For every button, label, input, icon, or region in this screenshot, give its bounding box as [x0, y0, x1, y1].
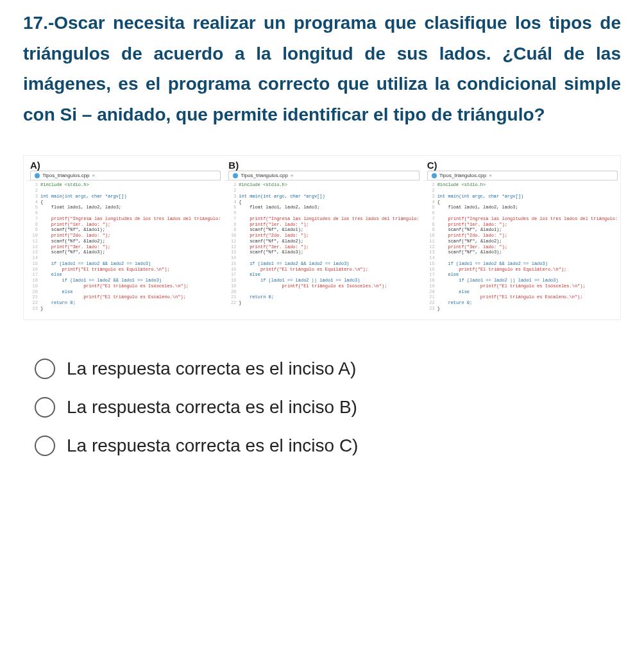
cpp-file-icon: [432, 173, 437, 178]
column-label-b: B): [225, 158, 419, 171]
code-listing-c: 1#include <stdio.h> 2 3int main(int argc…: [423, 180, 618, 314]
page-root: 17.-Oscar necesita realizar un programa …: [0, 0, 644, 482]
option-c[interactable]: La respuesta correcta es el inciso C): [35, 436, 621, 456]
tab-filename-c: Tipos_triangulos.cpp: [439, 173, 487, 178]
close-icon: ×: [489, 173, 492, 178]
option-a[interactable]: La respuesta correcta es el inciso A): [35, 359, 621, 379]
code-column-a: A) Tipos_triangulos.cpp × 1#include <std…: [26, 158, 221, 314]
code-listing-a: 1#include <stdio.h> 2 3int main(int argc…: [26, 180, 221, 314]
cpp-file-icon: [233, 173, 238, 178]
editor-tab-a: Tipos_triangulos.cpp ×: [30, 171, 221, 180]
radio-icon[interactable]: [35, 397, 55, 418]
close-icon: ×: [92, 173, 96, 178]
code-column-b: B) Tipos_triangulos.cpp × 1#include <std…: [225, 158, 419, 314]
code-listing-b: 1#include <stdio.h> 2 3int main(int argc…: [225, 180, 419, 309]
option-b-text: La respuesta correcta es el inciso B): [67, 397, 357, 418]
close-icon: ×: [291, 173, 294, 178]
code-column-c: C) Tipos_triangulos.cpp × 1#include <std…: [423, 158, 618, 314]
column-label-a: A): [26, 158, 221, 171]
code-images-row: A) Tipos_triangulos.cpp × 1#include <std…: [23, 155, 621, 319]
option-c-text: La respuesta correcta es el inciso C): [67, 436, 358, 456]
editor-tab-b: Tipos_triangulos.cpp ×: [228, 171, 419, 180]
tab-filename-a: Tipos_triangulos.cpp: [42, 173, 90, 178]
column-label-c: C): [423, 158, 618, 171]
tab-filename-b: Tipos_triangulos.cpp: [241, 173, 288, 178]
cpp-file-icon: [35, 173, 40, 178]
question-text: 17.-Oscar necesita realizar un programa …: [23, 8, 621, 130]
radio-icon[interactable]: [35, 359, 55, 379]
option-b[interactable]: La respuesta correcta es el inciso B): [35, 397, 621, 418]
answer-options: La respuesta correcta es el inciso A) La…: [23, 359, 621, 456]
radio-icon[interactable]: [35, 436, 55, 456]
editor-tab-c: Tipos_triangulos.cpp ×: [427, 171, 618, 180]
option-a-text: La respuesta correcta es el inciso A): [67, 359, 356, 379]
